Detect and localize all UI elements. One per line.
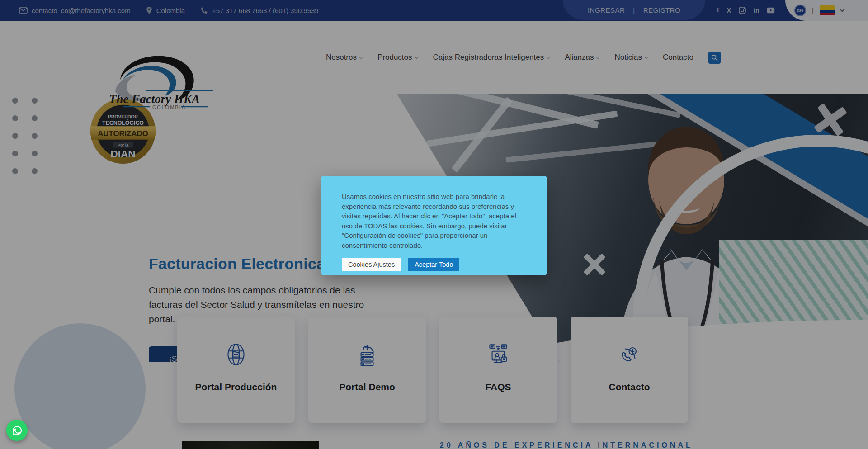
cookie-accept-button[interactable]: Aceptar Todo <box>408 258 459 271</box>
cookie-consent-dialog: Usamos cookies en nuestro sitio web para… <box>321 176 547 275</box>
cookie-message: Usamos cookies en nuestro sitio web para… <box>342 192 524 250</box>
whatsapp-icon <box>11 424 24 437</box>
cookie-settings-button[interactable]: Cookies Ajustes <box>342 258 401 271</box>
whatsapp-button[interactable] <box>6 420 28 441</box>
